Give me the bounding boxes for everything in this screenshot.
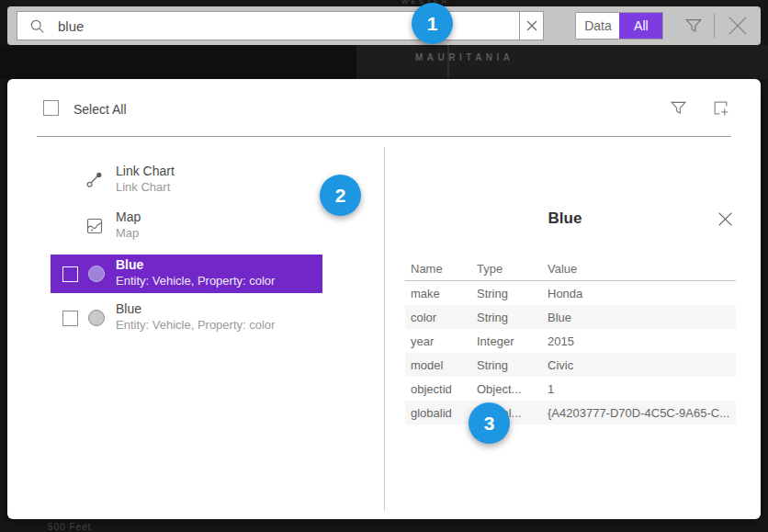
table-row: year Integer 2015 (405, 329, 736, 353)
map-icon (85, 217, 104, 235)
clear-search-button[interactable] (520, 11, 545, 40)
close-detail-button[interactable] (714, 208, 736, 230)
cell-name: color (405, 311, 477, 324)
cell-name: objectid (405, 382, 477, 396)
result-item-blue-selected[interactable]: Blue Entity: Vehicle, Property: color (51, 255, 322, 293)
scope-option-data[interactable]: Data (576, 13, 619, 39)
table-row: globalid Global... {A4203777-D70D-4C5C-9… (405, 401, 736, 424)
cell-type: String (477, 358, 548, 372)
result-subtitle: Entity: Vehicle, Property: color (116, 274, 275, 288)
result-item-map[interactable]: Map Map (51, 207, 322, 245)
cell-name: globalid (405, 406, 477, 420)
detail-panel: Blue Name Type Value make String Honda (385, 137, 761, 519)
entity-circle-icon (88, 310, 105, 326)
search-query-text: blue (58, 18, 84, 34)
result-item-text: Blue Entity: Vehicle, Property: color (116, 301, 275, 332)
result-title: Blue (116, 301, 275, 316)
result-checkbox[interactable] (62, 266, 78, 282)
result-title: Blue (116, 257, 275, 272)
result-title: Link Chart (116, 164, 175, 178)
result-subtitle: Link Chart (116, 180, 175, 194)
result-title: Map (116, 209, 141, 224)
table-row: make String Honda (405, 281, 736, 305)
attribute-table: Name Type Value make String Honda color … (405, 257, 736, 424)
link-chart-icon (85, 171, 104, 189)
panel-filter-button[interactable] (665, 95, 691, 120)
scope-option-all[interactable]: All (619, 13, 662, 39)
toolbar-separator (714, 13, 715, 39)
callout-badge-3: 3 (469, 402, 510, 444)
detail-title: Blue (385, 209, 745, 228)
cell-name: model (405, 358, 477, 372)
result-checkbox[interactable] (62, 311, 78, 326)
cell-type: Object... (477, 382, 548, 396)
filter-button[interactable] (680, 12, 706, 40)
cell-value: Blue (548, 311, 736, 324)
search-toolbar: blue Data All (7, 6, 761, 45)
cell-type: String (477, 287, 548, 300)
cell-name: year (405, 334, 477, 348)
cell-value: Civic (548, 358, 736, 372)
cell-value: 1 (548, 382, 736, 396)
callout-badge-1: 1 (412, 3, 453, 44)
entity-circle-icon (88, 266, 105, 282)
callout-badge-2: 2 (320, 175, 361, 216)
app-screen: WESTER MAURITANIA 500 Feet blue Data All (0, 0, 768, 532)
result-item-text: Map Map (116, 209, 141, 240)
table-row: model String Civic (405, 353, 736, 377)
result-subtitle: Entity: Vehicle, Property: color (116, 318, 275, 332)
search-icon (29, 18, 45, 34)
column-header-value: Value (548, 262, 736, 276)
result-item-text: Blue Entity: Vehicle, Property: color (116, 257, 275, 288)
result-item-text: Link Chart Link Chart (116, 164, 175, 194)
table-row: objectid Object... 1 (405, 377, 736, 401)
attribute-table-header: Name Type Value (405, 257, 736, 281)
result-item-blue[interactable]: Blue Entity: Vehicle, Property: color (51, 299, 322, 337)
close-search-button[interactable] (724, 11, 751, 40)
search-scope-toggle: Data All (575, 12, 663, 40)
column-header-name: Name (405, 262, 477, 276)
cell-type: Integer (477, 334, 548, 348)
cell-name: make (405, 287, 477, 300)
table-row: color String Blue (405, 305, 736, 329)
result-subtitle: Map (116, 226, 141, 240)
search-results-panel: Select All (7, 79, 761, 519)
map-background (0, 45, 356, 79)
cell-type: String (477, 311, 548, 324)
map-scale-label: 500 Feet (48, 522, 91, 532)
select-all-label: Select All (73, 102, 127, 117)
map-label-mauritania: MAURITANIA (415, 52, 514, 62)
cell-value: 2015 (548, 334, 736, 348)
add-to-selection-button[interactable] (707, 95, 733, 120)
select-all-checkbox[interactable] (43, 100, 59, 116)
cell-value: {A4203777-D70D-4C5C-9A65-C... (548, 406, 736, 420)
result-item-link-chart[interactable]: Link Chart Link Chart (51, 161, 322, 199)
cell-value: Honda (548, 287, 736, 300)
column-header-type: Type (477, 262, 548, 276)
